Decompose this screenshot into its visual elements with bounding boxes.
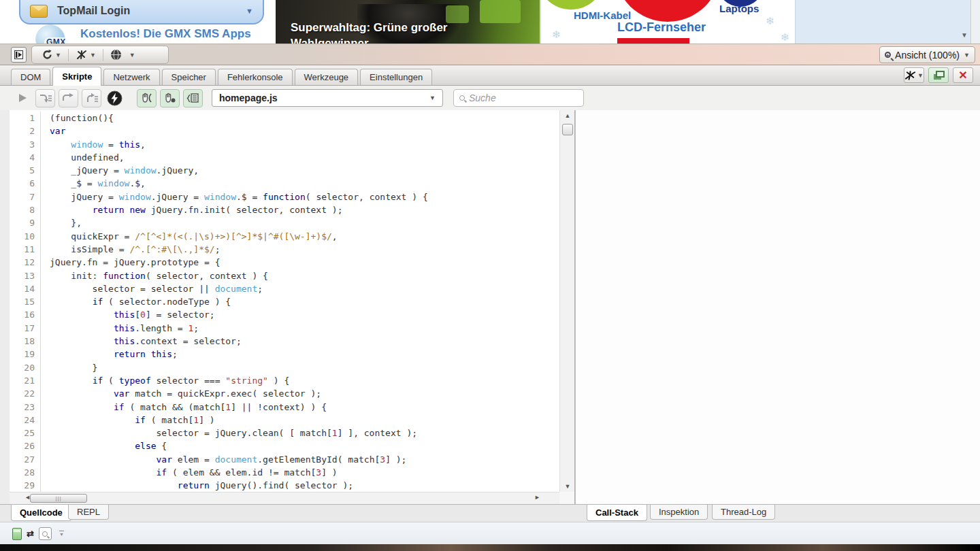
shopping-ad-banner[interactable]: ❄ ❄ ❄ HDMI-Kabel Laptops LCD-Fernseher	[540, 0, 795, 44]
code-line: 23 if ( match && (match[1] || !context) …	[10, 401, 559, 414]
script-file-select[interactable]: homepage.js ▼	[212, 89, 443, 107]
line-number[interactable]: 18	[10, 335, 41, 348]
line-number[interactable]: 27	[10, 453, 41, 466]
continue-button[interactable]	[12, 89, 32, 107]
horizontal-scrollbar[interactable]: ◄ ||| ►	[10, 492, 559, 504]
scroll-up-icon[interactable]: ▲	[560, 112, 575, 119]
tab-speicher[interactable]: Speicher	[162, 69, 216, 85]
devtools-statusbar: ⇄ ▼	[0, 522, 980, 545]
line-number[interactable]: 2	[10, 124, 41, 137]
tab-dom[interactable]: DOM	[11, 69, 50, 85]
line-number[interactable]: 26	[10, 439, 41, 452]
line-number[interactable]: 12	[10, 256, 41, 269]
detach-window-button[interactable]	[928, 67, 949, 83]
code-text: if ( elem && elem.id != match[3] )	[41, 466, 338, 479]
line-number[interactable]: 25	[10, 427, 41, 439]
code-line: 27 var elem = document.getElementById( m…	[10, 453, 559, 466]
gmx-promo-link[interactable]: Kostenlos! Die GMX SMS Apps	[80, 27, 251, 41]
line-number[interactable]: 5	[10, 164, 41, 177]
tab-einstellungen[interactable]: Einstellungen	[360, 69, 432, 85]
code-line: 29 return jQuery().find( selector );	[10, 479, 559, 492]
scroll-right-icon[interactable]: ►	[534, 494, 540, 501]
line-number[interactable]: 14	[10, 282, 41, 295]
swap-arrows-icon[interactable]: ⇄	[27, 529, 34, 539]
magnifier-icon	[42, 531, 48, 537]
line-number[interactable]: 6	[10, 177, 41, 190]
line-number[interactable]: 17	[10, 322, 41, 335]
code-text: _$ = window.$,	[41, 177, 146, 190]
line-number[interactable]: 28	[10, 466, 41, 479]
close-devtools-button[interactable]: ✕	[953, 67, 973, 83]
line-number[interactable]: 24	[10, 414, 41, 427]
document-mode-icon[interactable]	[12, 528, 22, 540]
line-number[interactable]: 15	[10, 295, 41, 308]
line-number[interactable]: 19	[10, 348, 41, 361]
gmx-logo[interactable]: GMX	[35, 24, 65, 44]
code-text: return new jQuery.fn.init( selector, con…	[41, 203, 343, 216]
line-number[interactable]: 21	[10, 374, 41, 387]
code-line: 6 _$ = window.$,	[10, 177, 559, 190]
tab-skripte[interactable]: Skripte	[52, 67, 101, 86]
code-text: init: function( selector, context ) {	[41, 269, 268, 282]
tab-thread-log[interactable]: Thread-Log	[712, 505, 775, 520]
inspect-magnifier-button[interactable]	[39, 527, 52, 540]
dragonfly-tool-button[interactable]: ▼	[71, 48, 100, 61]
code-text: var	[41, 124, 65, 137]
dropdown-icon[interactable]: ▼	[90, 52, 96, 59]
tab-werkzeuge[interactable]: Werkzeuge	[295, 69, 359, 85]
line-number[interactable]: 1	[10, 112, 41, 124]
reload-icon	[42, 49, 53, 61]
step-over-button[interactable]	[59, 89, 78, 107]
dropdown-icon[interactable]: ▼	[129, 52, 135, 59]
tab-netzwerk[interactable]: Netzwerk	[103, 69, 159, 85]
hand-open-paren-icon	[141, 93, 153, 103]
line-number[interactable]: 4	[10, 151, 41, 164]
vertical-scrollbar[interactable]: ▲ ▼	[559, 110, 574, 492]
panel-toggle-button[interactable]	[11, 47, 27, 63]
code-line: 12jQuery.fn = jQuery.prototype = {	[10, 256, 559, 269]
step-into-button[interactable]	[35, 89, 55, 107]
scroll-down-icon[interactable]: ▼	[560, 483, 575, 490]
globe-icon	[110, 49, 122, 61]
news-headline-line1: Superwahltag: Grüne großer	[291, 21, 447, 35]
ad-green-circle	[540, 0, 605, 10]
horizontal-scroll-thumb[interactable]: |||	[30, 494, 87, 503]
line-number[interactable]: 8	[10, 203, 41, 216]
step-out-button[interactable]	[82, 89, 101, 107]
news-teaser-image[interactable]: Superwahltag: Grüne großer Wahlgewinner	[276, 0, 540, 44]
code-line: 3 window = this,	[10, 138, 559, 151]
topmail-login-button[interactable]: TopMail Login ▼	[19, 0, 264, 24]
search-input[interactable]	[469, 93, 564, 103]
line-number[interactable]: 7	[10, 190, 41, 203]
tab-fehlerkonsole[interactable]: Fehlerkonsole	[218, 69, 293, 85]
line-number[interactable]: 20	[10, 361, 41, 374]
scroll-down-icon[interactable]: ▼	[961, 31, 968, 39]
line-number[interactable]: 13	[10, 269, 41, 282]
tab-inspektion[interactable]: Inspektion	[650, 505, 708, 520]
tab-repl[interactable]: REPL	[68, 505, 109, 520]
line-number[interactable]: 23	[10, 401, 41, 414]
line-number[interactable]: 16	[10, 308, 41, 321]
line-number[interactable]: 22	[10, 387, 41, 400]
statusbar-dropdown[interactable]: ▼	[59, 531, 64, 537]
break-on-call-toggle[interactable]	[137, 89, 157, 107]
line-number[interactable]: 9	[10, 216, 41, 229]
line-number[interactable]: 10	[10, 230, 41, 243]
search-field[interactable]	[453, 89, 584, 107]
hand-dot-icon	[164, 93, 176, 103]
code-text: }	[41, 361, 97, 374]
line-number[interactable]: 11	[10, 243, 41, 256]
line-number[interactable]: 3	[10, 138, 41, 151]
vertical-scroll-thumb[interactable]	[562, 124, 573, 135]
reload-button[interactable]: ▼	[37, 48, 65, 62]
line-number[interactable]: 29	[10, 479, 41, 492]
break-on-error-toggle[interactable]	[160, 89, 180, 107]
tab-call-stack[interactable]: Call-Stack	[587, 505, 647, 521]
dropdown-icon[interactable]: ▼	[55, 52, 61, 59]
tab-quellcode[interactable]: Quellcode	[11, 505, 71, 521]
reload-run-button[interactable]	[105, 89, 125, 107]
dragonfly-menu-button[interactable]: ▼	[904, 67, 924, 83]
format-code-toggle[interactable]	[183, 89, 203, 107]
view-zoom-button[interactable]: + Ansicht (100%) ▼	[879, 46, 975, 63]
network-globe-button[interactable]: ▼	[106, 48, 140, 62]
